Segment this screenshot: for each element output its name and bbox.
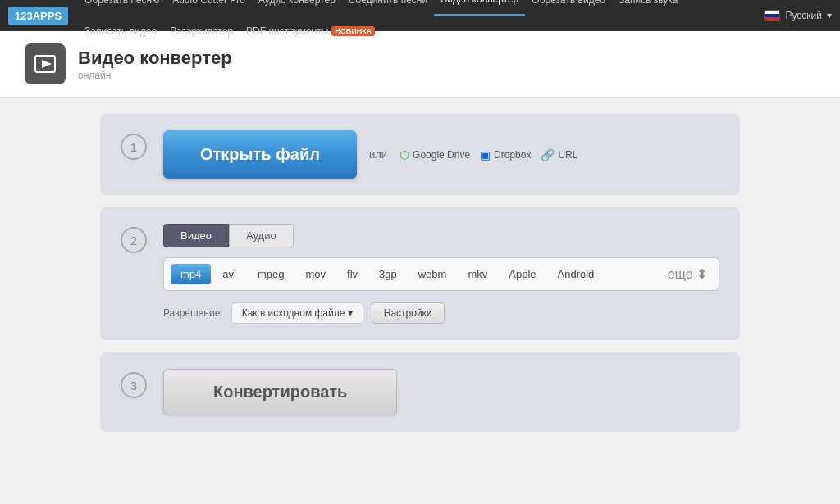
format-type-tabs: Видео Аудио (163, 224, 719, 247)
page-subtitle: онлайн (78, 70, 111, 81)
nav-record-video[interactable]: Записать видео (78, 16, 163, 47)
google-drive-link[interactable]: ⬡ Google Drive (399, 148, 470, 161)
dropbox-link[interactable]: ▣ Dropbox (480, 148, 531, 161)
nav-items: Обрезать песню Audio Cutter Pro Аудио ко… (78, 0, 764, 47)
format-mpeg[interactable]: mpeg (248, 264, 294, 284)
format-3gp[interactable]: 3gp (369, 264, 407, 284)
step2-container: 2 Видео Аудио mp4 avi mpeg mov flv 3gp w… (100, 207, 740, 340)
nav-cut-video[interactable]: Обрезать видео (525, 0, 612, 16)
url-icon: 🔗 (541, 148, 555, 161)
nav-join-songs[interactable]: Соединить песни (342, 0, 434, 16)
step3-content: Конвертировать (163, 369, 719, 415)
format-flv[interactable]: flv (337, 264, 368, 284)
step3-container: 3 Конвертировать (100, 352, 740, 432)
format-android[interactable]: Android (548, 264, 605, 284)
step2-number: 2 (121, 227, 147, 253)
dropbox-label: Dropbox (494, 149, 531, 161)
nav-cut-song[interactable]: Обрезать песню (78, 0, 166, 16)
format-bar: mp4 avi mpeg mov flv 3gp webm mkv Apple … (163, 257, 719, 291)
step1-number: 1 (121, 134, 147, 160)
open-file-button[interactable]: Открыть файл (163, 130, 357, 179)
page-icon (25, 43, 66, 84)
format-more-button[interactable]: еще ⬍ (663, 263, 712, 285)
new-badge: НОВИНКА (331, 26, 375, 36)
tab-audio[interactable]: Аудио (229, 224, 294, 247)
main-content: 1 Открыть файл или ⬡ Google Drive ▣ Drop… (0, 98, 840, 503)
dropbox-icon: ▣ (480, 148, 491, 161)
url-link[interactable]: 🔗 URL (541, 148, 578, 161)
format-more-arrow-icon: ⬍ (696, 267, 707, 281)
format-mkv[interactable]: mkv (458, 264, 497, 284)
language-selector[interactable]: Русский ▾ (764, 10, 832, 21)
step2-content: Видео Аудио mp4 avi mpeg mov flv 3gp web… (163, 224, 719, 324)
format-webm[interactable]: webm (409, 264, 457, 284)
step1-content: Открыть файл или ⬡ Google Drive ▣ Dropbo… (163, 130, 719, 179)
step3-number: 3 (121, 372, 147, 398)
flag-icon (764, 10, 780, 21)
convert-button[interactable]: Конвертировать (163, 369, 397, 415)
format-avi[interactable]: avi (212, 264, 246, 284)
resolution-row: Разрешение: Как в исходном файле ▾ Настр… (163, 302, 719, 324)
format-mov[interactable]: mov (295, 264, 336, 284)
nav-unarchiver[interactable]: Разархиватор (163, 16, 240, 47)
nav-pdf-tools[interactable]: PDF инструменты НОВИНКА (240, 16, 381, 47)
svg-marker-1 (42, 60, 52, 68)
resolution-select[interactable]: Как в исходном файле ▾ (231, 302, 363, 324)
nav-audio-cutter-pro[interactable]: Audio Cutter Pro (166, 0, 252, 16)
resolution-label: Разрешение: (163, 307, 223, 319)
url-label: URL (558, 149, 578, 161)
chevron-down-icon: ▾ (827, 10, 832, 21)
page-title-block: Видео конвертер онлайн (78, 48, 232, 81)
logo[interactable]: 123APPS (8, 7, 68, 25)
cloud-links: ⬡ Google Drive ▣ Dropbox 🔗 URL (399, 148, 578, 161)
or-text: или (369, 148, 387, 161)
nav-audio-converter[interactable]: Аудио конвертер (252, 0, 342, 16)
step1-container: 1 Открыть файл или ⬡ Google Drive ▣ Drop… (100, 114, 740, 195)
language-label: Русский (785, 10, 822, 21)
resolution-value: Как в исходном файле ▾ (242, 307, 353, 319)
top-nav: 123APPS Обрезать песню Audio Cutter Pro … (0, 0, 840, 31)
settings-button[interactable]: Настройки (372, 302, 445, 324)
format-apple[interactable]: Apple (499, 264, 546, 284)
format-mp4[interactable]: mp4 (171, 264, 211, 284)
page-title: Видео конвертер (78, 48, 232, 69)
google-drive-label: Google Drive (413, 149, 470, 161)
tab-video[interactable]: Видео (163, 224, 229, 247)
step1-inner: Открыть файл или ⬡ Google Drive ▣ Dropbo… (163, 130, 719, 179)
nav-record-sound[interactable]: Запись звука (612, 0, 685, 16)
google-drive-icon: ⬡ (399, 148, 409, 161)
format-more-label: еще (668, 267, 693, 281)
nav-video-converter[interactable]: Видео конвертер (434, 0, 525, 16)
